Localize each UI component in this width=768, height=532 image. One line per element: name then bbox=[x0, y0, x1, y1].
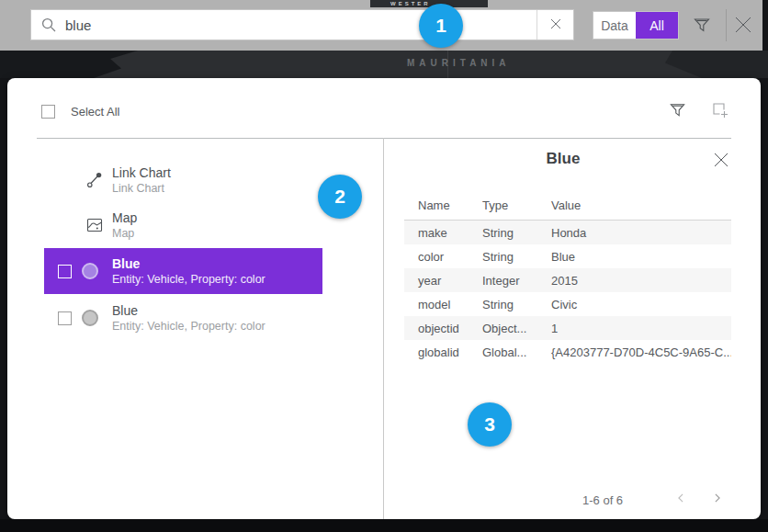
map-landmass-shape bbox=[621, 51, 768, 78]
map-landmass-shape bbox=[0, 51, 138, 78]
map-country-label: MAURITANIA bbox=[407, 58, 511, 68]
column-header-name: Name bbox=[404, 198, 469, 212]
cell-value: Civic bbox=[537, 298, 731, 311]
result-subtitle: Link Chart bbox=[112, 181, 171, 196]
entity-circle-icon bbox=[82, 310, 98, 326]
pagination-prev-button[interactable] bbox=[671, 489, 691, 509]
table-row: year Integer 2015 bbox=[404, 268, 731, 292]
result-row-link-chart[interactable]: Link Chart Link Chart bbox=[44, 158, 330, 202]
cell-type: String bbox=[469, 250, 537, 264]
panel-filter-button[interactable] bbox=[669, 101, 686, 121]
toolbar-close-button[interactable] bbox=[730, 13, 756, 39]
cell-value: Honda bbox=[537, 226, 731, 240]
result-title: Map bbox=[112, 210, 137, 226]
cell-type: Global... bbox=[469, 345, 537, 359]
chevron-left-icon bbox=[674, 492, 687, 507]
cell-value: 2015 bbox=[537, 274, 731, 288]
result-text: Link Chart Link Chart bbox=[112, 165, 171, 196]
result-row-map[interactable]: Map Map bbox=[44, 202, 330, 248]
entity-circle-icon bbox=[82, 263, 98, 279]
close-icon bbox=[733, 15, 753, 38]
search-icon bbox=[41, 17, 56, 32]
result-checkbox[interactable] bbox=[58, 311, 72, 325]
annotation-callout-2: 2 bbox=[318, 175, 362, 219]
cell-name: year bbox=[404, 274, 469, 288]
toolbar-divider bbox=[726, 9, 727, 41]
result-title: Blue bbox=[112, 256, 265, 272]
app-screen: Data All WESTER MAURITANIA Select All bbox=[0, 0, 768, 532]
search-input-container[interactable] bbox=[30, 9, 574, 40]
search-clear-button[interactable] bbox=[536, 10, 573, 40]
column-header-type: Type bbox=[469, 198, 537, 212]
pagination-next-button[interactable] bbox=[707, 489, 728, 509]
cell-type: Object... bbox=[469, 322, 537, 335]
result-text: Blue Entity: Vehicle, Property: color bbox=[112, 303, 265, 334]
table-row: objectid Object... 1 bbox=[404, 316, 731, 340]
map-background: MAURITANIA bbox=[0, 51, 768, 78]
result-subtitle: Entity: Vehicle, Property: color bbox=[112, 272, 265, 287]
cell-name: globalid bbox=[404, 345, 469, 359]
cell-type: String bbox=[469, 226, 537, 240]
result-checkbox[interactable] bbox=[58, 265, 72, 278]
annotation-callout-3: 3 bbox=[468, 402, 512, 447]
attributes-table: Name Type Value make String Honda color … bbox=[404, 198, 731, 364]
table-row: globalid Global... {A4203777-D70D-4C5C-9… bbox=[404, 340, 731, 364]
result-row-blue[interactable]: Blue Entity: Vehicle, Property: color bbox=[44, 294, 330, 342]
details-title: Blue bbox=[383, 150, 743, 168]
cell-value: {A4203777-D70D-4C5C-9A65-C... bbox=[537, 345, 731, 359]
result-title: Blue bbox=[112, 303, 265, 319]
chevron-right-icon bbox=[711, 492, 724, 507]
select-all-checkbox[interactable] bbox=[41, 105, 55, 119]
column-header-value: Value bbox=[537, 198, 731, 212]
result-subtitle: Map bbox=[112, 226, 137, 241]
result-row-blue-selected[interactable]: Blue Entity: Vehicle, Property: color bbox=[44, 248, 322, 294]
table-row: color String Blue bbox=[404, 244, 731, 268]
map-bottom-strip bbox=[0, 519, 768, 532]
map-icon bbox=[84, 216, 106, 234]
panel-header-divider bbox=[37, 138, 731, 139]
scope-toggle: Data All bbox=[593, 11, 679, 40]
cell-name: make bbox=[404, 226, 469, 240]
details-divider bbox=[383, 138, 384, 519]
clear-x-icon bbox=[550, 17, 561, 33]
close-icon bbox=[713, 152, 729, 172]
cell-type: Integer bbox=[469, 274, 537, 288]
select-all-label: Select All bbox=[71, 105, 119, 119]
table-header: Name Type Value bbox=[404, 198, 731, 221]
result-text: Blue Entity: Vehicle, Property: color bbox=[112, 256, 265, 287]
search-toolbar: Data All bbox=[0, 0, 762, 51]
result-title: Link Chart bbox=[112, 165, 171, 181]
cell-value: Blue bbox=[537, 250, 731, 264]
search-input[interactable] bbox=[65, 17, 536, 33]
scope-option-data[interactable]: Data bbox=[593, 12, 636, 39]
cell-name: model bbox=[404, 298, 469, 311]
details-close-button[interactable] bbox=[713, 152, 733, 172]
annotation-callout-1: 1 bbox=[419, 4, 463, 48]
result-text: Map Map bbox=[112, 210, 137, 241]
cell-name: color bbox=[404, 250, 469, 264]
map-region-label: WESTER bbox=[390, 0, 431, 7]
pagination-label: 1-6 of 6 bbox=[582, 493, 623, 507]
add-to-selection-button[interactable] bbox=[711, 101, 729, 122]
cell-type: String bbox=[469, 298, 537, 311]
search-results-panel: Select All Link Chart Link Chart bbox=[7, 78, 761, 519]
cell-value: 1 bbox=[537, 322, 731, 335]
square-plus-icon bbox=[711, 101, 729, 122]
scope-option-all[interactable]: All bbox=[636, 12, 678, 39]
table-row: model String Civic bbox=[404, 292, 731, 316]
table-row: make String Honda bbox=[404, 221, 731, 244]
link-chart-icon bbox=[84, 171, 106, 189]
funnel-icon bbox=[693, 16, 711, 37]
cell-name: objectid bbox=[404, 322, 469, 335]
funnel-icon bbox=[669, 101, 686, 121]
result-subtitle: Entity: Vehicle, Property: color bbox=[112, 319, 265, 334]
toolbar-filter-button[interactable] bbox=[689, 13, 715, 39]
